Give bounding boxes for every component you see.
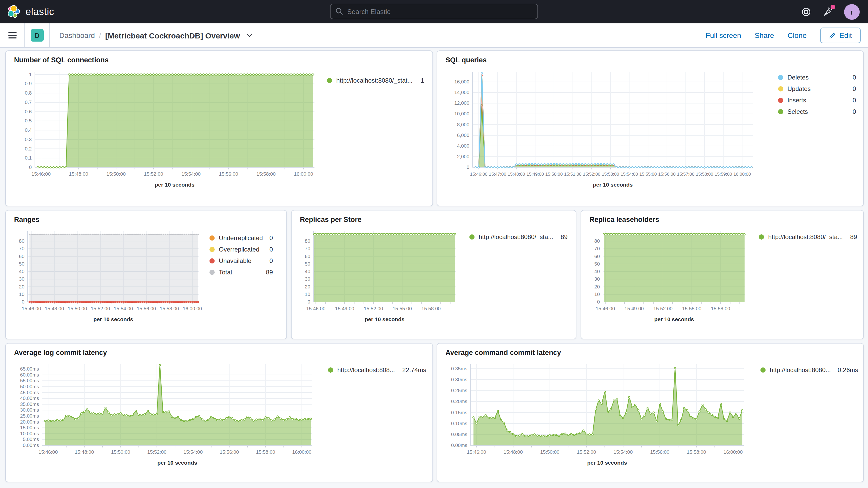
svg-text:2,000: 2,000 (457, 154, 469, 159)
legend-item[interactable]: Underreplicated0 (210, 234, 273, 242)
svg-text:15:54:00: 15:54:00 (184, 449, 203, 455)
svg-text:15:57:00: 15:57:00 (677, 172, 694, 177)
clone-button[interactable]: Clone (788, 31, 807, 39)
panel-average-command-commit-latency: Average command commit latency 0.00ms0.0… (437, 343, 864, 482)
svg-text:40: 40 (305, 269, 310, 274)
svg-text:15:46:00: 15:46:00 (467, 449, 486, 455)
replica-leaseholders-area-chart[interactable]: 0102030405060708015:46:0015:49:0015:52:0… (583, 223, 758, 333)
svg-text:0.35ms: 0.35ms (451, 366, 467, 371)
legend-item[interactable]: http://localhost:8080/_stat...1 (327, 77, 424, 84)
svg-text:15:52:00: 15:52:00 (653, 306, 673, 311)
svg-text:30.00ms: 30.00ms (20, 407, 39, 413)
legend-item[interactable]: http://localhost:808...22.74ms (328, 366, 426, 374)
svg-text:16:00:00: 16:00:00 (723, 449, 743, 455)
svg-text:15:58:00: 15:58:00 (711, 306, 730, 311)
dashboard-badge[interactable]: D (31, 29, 44, 41)
svg-text:15:46:00: 15:46:00 (306, 306, 326, 311)
svg-text:15:53:00: 15:53:00 (601, 172, 619, 177)
svg-text:10: 10 (594, 292, 600, 297)
legend-item[interactable]: http://localhost:8080/_sta...89 (759, 233, 857, 241)
legend-item[interactable]: Deletes0 (778, 74, 856, 81)
chart-legend: http://localhost:8080/_stat...1 (327, 77, 424, 84)
user-avatar[interactable]: r (844, 4, 860, 20)
dashboard-actions: Full screen Share Clone Edit (706, 28, 861, 43)
svg-text:10: 10 (305, 292, 310, 297)
svg-text:15:52:00: 15:52:00 (583, 172, 600, 177)
legend-dot-icon (327, 78, 332, 83)
svg-text:12,000: 12,000 (454, 100, 469, 106)
legend-item[interactable]: Total89 (210, 269, 273, 276)
legend-item[interactable]: Updates0 (778, 85, 856, 92)
svg-text:40: 40 (594, 269, 600, 274)
svg-text:per 10 seconds: per 10 seconds (593, 182, 633, 188)
svg-text:6,000: 6,000 (457, 132, 469, 138)
legend-item[interactable]: Unavailable0 (210, 257, 273, 265)
search-input[interactable] (330, 4, 538, 19)
legend-item[interactable]: Overreplicated0 (210, 246, 273, 253)
help-button[interactable] (800, 6, 812, 18)
edit-button[interactable]: Edit (820, 28, 861, 43)
legend-item[interactable]: Inserts0 (778, 97, 856, 104)
svg-text:20: 20 (594, 284, 600, 289)
breadcrumb-dashboard-link[interactable]: Dashboard (59, 31, 95, 39)
legend-dot-icon (761, 367, 766, 373)
legend-label: Underreplicated (219, 234, 265, 242)
elastic-logo[interactable]: elastic (0, 4, 54, 19)
pencil-icon (829, 32, 836, 39)
svg-text:15:52:00: 15:52:00 (577, 449, 596, 455)
svg-text:per 10 seconds: per 10 seconds (587, 460, 627, 466)
chart-legend: http://localhost:8080/_sta...89 (469, 233, 567, 241)
legend-label: Inserts (787, 97, 848, 104)
top-header: elastic (0, 0, 868, 23)
panel-title: Replica leaseholders (589, 216, 863, 223)
legend-dot-icon (778, 109, 783, 114)
chart-legend: http://localhost:808...22.74ms (328, 366, 426, 374)
svg-text:15:52:00: 15:52:00 (91, 306, 110, 311)
svg-text:15:56:00: 15:56:00 (137, 306, 156, 311)
svg-text:15:55:00: 15:55:00 (639, 172, 657, 177)
panel-title: Number of SQL connections (14, 56, 432, 64)
full-screen-button[interactable]: Full screen (706, 31, 741, 39)
legend-dot-icon (778, 75, 783, 80)
log-commit-latency-area-chart[interactable]: 0.00ms5.00ms10.00ms15.00ms20.00ms25.00ms… (10, 357, 326, 478)
legend-dot-icon (210, 270, 215, 275)
svg-text:50: 50 (305, 261, 310, 267)
replicas-per-store-area-chart[interactable]: 0102030405060708015:46:0015:49:0015:52:0… (294, 223, 468, 333)
svg-text:16:00:00: 16:00:00 (294, 171, 313, 177)
svg-text:40.00ms: 40.00ms (20, 396, 39, 401)
search-icon (335, 7, 344, 16)
svg-text:0.4: 0.4 (25, 127, 32, 133)
breadcrumb: Dashboard / [Metricbeat CockroachDB] Ove… (50, 31, 252, 40)
legend-item[interactable]: Selects0 (778, 108, 856, 115)
legend-dot-icon (759, 234, 764, 240)
svg-text:15:58:00: 15:58:00 (422, 306, 441, 311)
svg-text:per 10 seconds: per 10 seconds (365, 316, 405, 322)
svg-text:35.00ms: 35.00ms (20, 401, 39, 407)
title-options-button[interactable] (246, 33, 252, 37)
ranges-area-chart[interactable]: 0102030405060708015:46:0015:48:0015:50:0… (9, 223, 206, 333)
svg-text:14,000: 14,000 (454, 90, 469, 95)
svg-text:10,000: 10,000 (454, 111, 469, 116)
legend-dot-icon (778, 86, 783, 91)
legend-value: 0 (270, 234, 273, 242)
legend-value: 0 (270, 257, 273, 265)
legend-item[interactable]: http://localhost:8080...0.26ms (761, 366, 858, 374)
svg-text:0.5: 0.5 (25, 118, 32, 123)
newsfeed-button[interactable] (822, 6, 834, 18)
legend-value: 89 (266, 269, 273, 276)
svg-text:0.15ms: 0.15ms (451, 410, 467, 415)
share-button[interactable]: Share (755, 31, 774, 39)
command-commit-latency-area-chart[interactable]: 0.00ms0.05ms0.10ms0.15ms0.20ms0.25ms0.30… (441, 357, 757, 478)
svg-text:5.00ms: 5.00ms (23, 436, 39, 442)
dashboard-badge-cell: D (25, 23, 50, 47)
legend-item[interactable]: http://localhost:8080/_sta...89 (469, 233, 567, 241)
legend-dot-icon (469, 234, 474, 240)
main-menu-button[interactable] (0, 23, 25, 47)
svg-text:70: 70 (19, 246, 24, 251)
sql-connections-area-chart[interactable]: 00.10.20.30.40.50.60.70.80.9115:46:0015:… (11, 64, 323, 203)
svg-text:60: 60 (594, 254, 600, 259)
panel-sql-queries: SQL queries 02,0004,0006,0008,00010,0001… (437, 51, 864, 206)
sql-queries-area-chart[interactable]: 02,0004,0006,0008,00010,00012,00014,0001… (441, 64, 782, 203)
svg-text:0.1: 0.1 (25, 155, 32, 160)
chart-legend: Underreplicated0Overreplicated0Unavailab… (210, 234, 273, 276)
